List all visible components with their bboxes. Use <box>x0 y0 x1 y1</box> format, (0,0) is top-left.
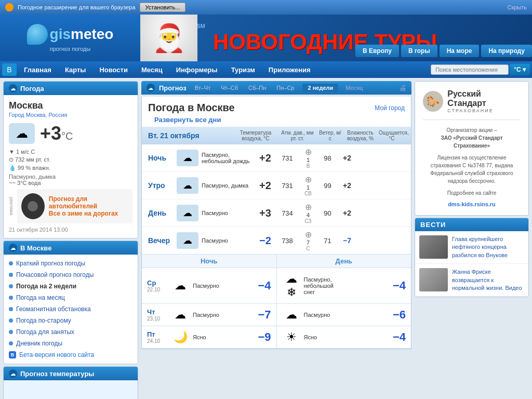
humidity-evening: 71 <box>318 237 337 245</box>
time-morning: Утро <box>148 181 177 190</box>
sidebar-link-diary[interactable]: Дневник погоды <box>4 338 138 349</box>
forecast-content: Погода в Москве Мой город Развернуть все… <box>141 97 411 349</box>
nav-item-home[interactable]: Главная <box>18 61 58 78</box>
ad-link-2[interactable]: Все о зиме на дорогах <box>49 210 128 217</box>
ad-row: реклама Прогноз для автолюбителей Все о … <box>9 189 132 223</box>
wind-morning: ⊕ 1 СВ <box>298 175 318 196</box>
tab-cht-sb[interactable]: Чт–Сб <box>217 84 242 92</box>
icon-day-0: ☁❄ <box>282 272 301 299</box>
right-sidebar: 🐎 Русский Стандарт СТРАХОВАНИЕ Организат… <box>415 81 529 399</box>
bullet-icon <box>9 284 13 288</box>
logo-sub: прогноз погоды <box>50 46 90 52</box>
humidity-night: 98 <box>318 154 337 162</box>
water-info: ~~ 3°С вода <box>9 180 132 186</box>
forecast-city-title: Погода в Москве <box>148 102 235 114</box>
btn-nature[interactable]: На природу <box>481 45 532 57</box>
pressure-info: ⊙ 732 мм рт. ст. <box>9 156 132 163</box>
insurance-site-url[interactable]: dms-kids.rsins.ru <box>448 201 496 207</box>
sidebar-link-month[interactable]: Погода на месяц <box>4 292 138 303</box>
news-thumb-img-0 <box>419 235 448 259</box>
news-header: ВЕСТИ <box>415 218 528 231</box>
multi-day-day-1: ☁ Пасмурно −6 <box>277 304 411 326</box>
pressure-evening: 738 <box>277 237 298 245</box>
main-content: ☁ Погода Москва Город Москва, Россия ☁ +… <box>0 78 532 399</box>
time-night: Ночь <box>148 154 177 162</box>
col-wind: Ветер, м/с <box>318 130 342 141</box>
day-header-1: Вт. 21 октября Температура воздуха, °C А… <box>142 127 411 144</box>
humidity-day: 90 <box>318 209 337 217</box>
nav-item-month[interactable]: Месяц <box>135 61 169 78</box>
multi-day-night-0: Ср 22.10 ☁ Пасмурно −4 <box>142 268 277 303</box>
ad-link-1[interactable]: Прогноз для автолюбителей <box>49 195 128 210</box>
sidebar-link-busy[interactable]: Погода для занятых <box>4 326 138 338</box>
wind-day: ⊕ 4 СЗ <box>298 202 318 224</box>
time-row-night: Ночь ☁ Пасмурно, небольшой дождь +2 731 … <box>142 144 411 172</box>
sidebar-link-2weeks[interactable]: Погода на 2 недели <box>4 281 138 292</box>
nav-item-news[interactable]: Новости <box>93 61 134 78</box>
tab-month[interactable]: Месяц <box>342 84 366 92</box>
btn-sea[interactable]: На море <box>440 45 480 57</box>
weather-desc-night: Пасмурно, небольшой дождь <box>202 152 254 164</box>
tab-vt-cht[interactable]: Вт–Чт <box>191 84 215 92</box>
tab-pn-sr[interactable]: Пн–Ср <box>272 84 298 92</box>
santa-icon: 🎅 <box>152 22 186 54</box>
expand-all-link[interactable]: Развернуть все дни <box>148 114 227 126</box>
nav-item-informers[interactable]: Информеры <box>170 61 224 78</box>
weather-header: ☁ Погода <box>4 82 138 95</box>
beta-bullet-icon: B <box>9 351 16 358</box>
nav-search <box>431 64 509 75</box>
print-icon[interactable]: 🖨 <box>399 84 406 92</box>
news-item-0: Глава крупнейшего нефтяного концерна раз… <box>415 231 528 264</box>
city-link[interactable]: Город Москва, Россия <box>9 112 68 118</box>
banner-content: 🎅 GISmeteo TOURISM НОВОГОДНИЕ ТУРЫ В Евр… <box>140 15 532 61</box>
tab-2weeks[interactable]: 2 недели <box>302 84 338 92</box>
nav-item-tourism[interactable]: Туризм <box>225 61 261 78</box>
logo-brand-1: gis <box>50 26 71 42</box>
news-thumb-1 <box>419 268 448 291</box>
temp-value: +3 <box>40 123 61 144</box>
my-city-link[interactable]: Мой город <box>375 104 405 112</box>
btn-europe[interactable]: В Европу <box>355 45 399 57</box>
tire-inner <box>28 201 38 211</box>
sidebar-link-beta[interactable]: B Бета-версия нового сайта <box>4 349 138 361</box>
btn-mountains[interactable]: В горы <box>401 45 437 57</box>
day-title-1: Вт. 21 октября <box>148 131 200 140</box>
icon-night-2: 🌙 <box>171 330 190 344</box>
insurance-site-text: Подробнее на сайте <box>447 189 497 197</box>
sidebar-link-hourly[interactable]: Почасовой прогноз погоды <box>4 269 138 281</box>
nav-item-maps[interactable]: Карты <box>59 61 92 78</box>
temp-night-0: −4 <box>258 279 271 292</box>
news-text-1[interactable]: Жанна Фриске возвращается к нормальной ж… <box>452 268 524 292</box>
weather-header-icon: ☁ <box>9 84 17 92</box>
tab-sb-pn[interactable]: Сб–Пн <box>244 84 270 92</box>
desc-night-1: Пасмурно <box>193 312 234 318</box>
news-section: ВЕСТИ Глава крупнейшего нефтяного концер… <box>415 218 529 297</box>
temp-unit-selector[interactable]: °C ▾ <box>510 64 530 75</box>
sidebar-link-brief[interactable]: Краткий прогноз погоды <box>4 258 138 269</box>
multi-day-night-2: Пт 24.10 🌙 Ясно −9 <box>142 326 277 348</box>
day-num-1: 23.10 <box>147 316 168 322</box>
weather-desc-morning: Пасмурно, дымка <box>202 182 254 189</box>
hide-link[interactable]: Скрыть <box>507 4 527 10</box>
col-humidity: Влажность воздуха, % <box>346 130 375 141</box>
news-text-0[interactable]: Глава крупнейшего нефтяного концерна раз… <box>452 235 524 259</box>
ad-box: Прогноз для автолюбителей Все о зиме на … <box>17 189 132 223</box>
install-button[interactable]: Установить... <box>140 3 186 12</box>
forecast-temp-section: ☁ Прогноз температуры <box>3 366 138 399</box>
sidebar-link-geo[interactable]: Геомагнитная обстановка <box>4 303 138 315</box>
time-row-morning: Утро ☁ Пасмурно, дымка +2 731 ⊕ 1 СВ 99 … <box>142 172 411 200</box>
search-input[interactable] <box>431 64 509 75</box>
weather-cloud-icon: ☁ <box>9 123 35 144</box>
temp-chart-placeholder <box>4 380 138 399</box>
desc-day-2: Ясно <box>304 334 345 340</box>
nav-item-apps[interactable]: Приложения <box>262 61 317 78</box>
sidebar-link-old[interactable]: Погода по-старому <box>4 315 138 326</box>
nav-home-icon[interactable]: B <box>2 63 17 76</box>
moscow-header: ☁ В Москве <box>4 241 138 255</box>
wind-evening: ⊕ 7 С <box>298 230 318 251</box>
pressure-night: 731 <box>277 154 298 162</box>
temp-display: +3°C <box>40 123 73 144</box>
divider <box>423 119 521 120</box>
weather-section: ☁ Погода Москва Город Москва, Россия ☁ +… <box>3 81 138 238</box>
feels-day: +2 <box>337 209 357 217</box>
